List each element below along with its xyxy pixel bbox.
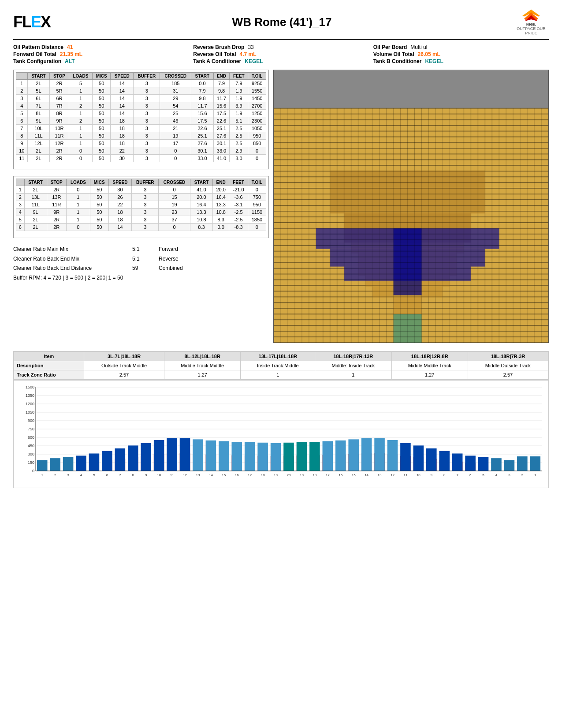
- cleaner-section: Cleaner Ratio Main Mix 5:1 Forward Clean…: [13, 245, 269, 283]
- table-row: 811L11R1501831925.127.62.5950: [16, 132, 266, 140]
- info-tank-a: Tank A Conditioner KEGEL: [193, 58, 368, 64]
- buffer-rpm-row: Buffer RPM: 4 = 720 | 3 = 500 | 2 = 200|…: [13, 273, 269, 283]
- kegel-tagline: OUTPACE OUR PRIDE: [514, 26, 549, 35]
- track-ratio-row: Track Zone Ratio2.571.27111.272.57: [14, 370, 548, 380]
- bar-chart-container: [13, 380, 549, 488]
- header: FLEX WB Rome (41')_17 KEGEL OUTPACE OUR …: [13, 9, 549, 40]
- info-volume-oil-total: Volume Oil Total 26.05 mL: [373, 51, 549, 57]
- track-description-row: DescriptionOutside Track:MiddleMiddle Tr…: [14, 361, 548, 370]
- table-row: 49L9R1501832313.310.8-2.51150: [16, 209, 266, 216]
- left-panel: STARTSTOPLOADSMICSSPEEDBUFFERCROSSEDSTAR…: [13, 70, 269, 344]
- main-content: STARTSTOPLOADSMICSSPEEDBUFFERCROSSEDSTAR…: [13, 70, 549, 344]
- info-tank-b: Tank B Conditioner KEGEL: [373, 58, 549, 64]
- cleaner-back-end-distance-row: Cleaner Ratio Back End Distance 59 Combi…: [13, 264, 269, 273]
- table-row: 213L13R1502631520.016.4-3.6750: [16, 194, 266, 201]
- table-row: 710L10R1501832122.625.12.51050: [16, 125, 266, 132]
- table-row: 58L8R1501432515.617.51.91250: [16, 110, 266, 117]
- track-table: Item3L-7L|18L-18R8L-12L|18L-18R13L-17L|1…: [14, 351, 548, 380]
- table-row: 311L11R1502231916.413.3-3.1950: [16, 201, 266, 209]
- page-title: WB Rome (41')_17: [50, 15, 514, 29]
- info-reverse-oil-total: Reverse Oil Total 4.7 mL: [193, 51, 368, 57]
- reverse-table-container: STARTSTOPLOADSMICSSPEEDBUFFERCROSSEDSTAR…: [13, 176, 269, 238]
- table-row: 112L2R050303033.041.08.00: [16, 155, 266, 162]
- info-reverse-brush-drop: Reverse Brush Drop 33: [193, 44, 368, 50]
- reverse-table: STARTSTOPLOADSMICSSPEEDBUFFERCROSSEDSTAR…: [16, 179, 266, 231]
- cleaner-main-mix-row: Cleaner Ratio Main Mix 5:1 Forward: [13, 245, 269, 254]
- bottom-section: Item3L-7L|18L-18R8L-12L|18L-18R13L-17L|1…: [13, 351, 549, 380]
- table-row: 12L2R050303041.020.0-21.00: [16, 186, 266, 194]
- table-row: 36L6R150143299.811.71.91450: [16, 95, 266, 102]
- table-row: 912L12R1501831727.630.12.5850: [16, 140, 266, 147]
- info-forward-oil-total: Forward Oil Total 21.35 mL: [13, 51, 189, 57]
- table-row: 47L7R2501435411.715.63.92700: [16, 102, 266, 110]
- table-row: 25L5R150143317.99.81.91550: [16, 87, 266, 95]
- info-tank-config: Tank Configuration ALT: [13, 58, 189, 64]
- svg-text:KEGEL: KEGEL: [526, 23, 536, 26]
- forward-table: STARTSTOPLOADSMICSSPEEDBUFFERCROSSEDSTAR…: [16, 72, 266, 162]
- table-row: 62L2R05014308.30.0-8.30: [16, 224, 266, 231]
- table-row: 69L9R2501834617.522.65.12300: [16, 117, 266, 125]
- info-grid: Oil Pattern Distance 41 Reverse Brush Dr…: [13, 44, 549, 64]
- table-row: 12L2R5501431850.07.97.99250: [16, 80, 266, 87]
- forward-table-container: STARTSTOPLOADSMICSSPEEDBUFFERCROSSEDSTAR…: [13, 70, 269, 169]
- table-row: 102L2R050223030.133.02.90: [16, 147, 266, 155]
- table-row: 52L2R1501833710.88.3-2.51850: [16, 216, 266, 224]
- flex-logo: FLEX: [13, 13, 50, 31]
- lane-canvas: [273, 70, 549, 343]
- right-panel: [273, 70, 549, 344]
- bar-chart-canvas: [16, 383, 546, 484]
- info-oil-per-board: Oil Per Board Multi ul: [373, 44, 549, 50]
- page: FLEX WB Rome (41')_17 KEGEL OUTPACE OUR …: [0, 0, 562, 728]
- kegel-logo: KEGEL OUTPACE OUR PRIDE: [514, 9, 549, 35]
- info-oil-pattern-distance: Oil Pattern Distance 41: [13, 44, 189, 50]
- cleaner-back-end-mix-row: Cleaner Ratio Back End Mix 5:1 Reverse: [13, 254, 269, 264]
